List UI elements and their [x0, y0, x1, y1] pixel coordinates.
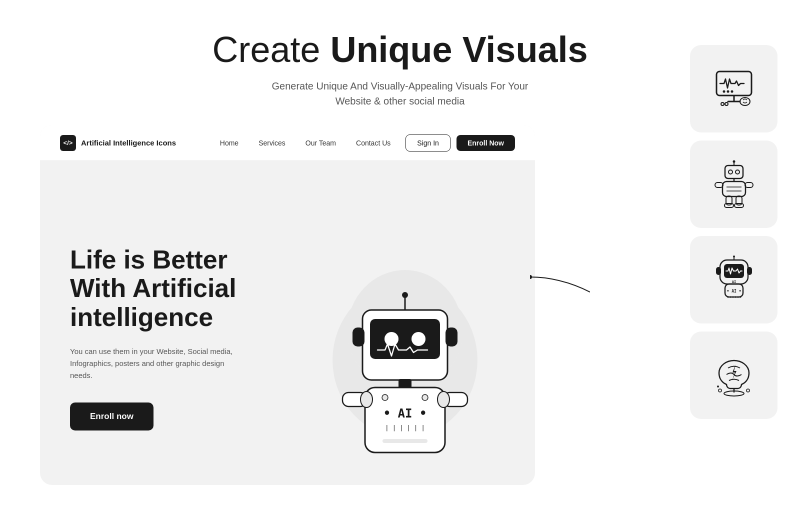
svg-point-59 — [737, 296, 738, 298]
mockup-navbar: </> Artificial Intelligence Icons Home S… — [40, 125, 535, 161]
svg-point-17 — [438, 392, 450, 408]
mockup-hero-desc: You can use them in your Website, Social… — [70, 346, 240, 382]
svg-rect-8 — [352, 328, 364, 346]
title-bold: Unique Visuals — [330, 30, 588, 70]
mockup-hero-left: Life is Better With Artificial intellige… — [70, 246, 295, 430]
svg-point-64 — [717, 386, 719, 388]
svg-point-50 — [733, 256, 735, 258]
svg-point-26 — [726, 90, 729, 92]
icon-cards-column: AI • AI • — [690, 45, 780, 419]
title-plain: Create — [212, 30, 330, 70]
mockup-hero-title: Life is Better With Artificial intellige… — [70, 246, 295, 332]
nav-our-team[interactable]: Our Team — [306, 139, 336, 147]
nav-services[interactable]: Services — [258, 139, 286, 147]
svg-point-27 — [730, 90, 733, 92]
svg-point-57 — [732, 296, 734, 298]
hero-subtitle: Generate Unique And Visually-Appealing V… — [0, 78, 800, 108]
svg-rect-52 — [747, 267, 752, 275]
svg-point-33 — [736, 170, 740, 174]
svg-rect-20 — [382, 439, 428, 443]
nav-contact-us[interactable]: Contact Us — [356, 139, 390, 147]
icon-card-ai-robot — [690, 140, 778, 228]
svg-point-5 — [412, 332, 426, 346]
svg-rect-31 — [725, 166, 743, 178]
svg-point-55 — [727, 296, 728, 298]
svg-point-60 — [740, 296, 741, 298]
ai-brain-icon — [709, 350, 759, 400]
nav-actions: Sign In Enroll Now — [406, 134, 515, 152]
svg-point-18 — [382, 394, 388, 400]
icon-card-ai-brain — [690, 332, 778, 419]
svg-point-4 — [384, 332, 398, 346]
robot-svg: • AI • | | | | | | — [318, 245, 492, 485]
svg-point-65 — [746, 389, 750, 392]
icon-card-ai-bot: AI • AI • — [690, 236, 778, 324]
enroll-now-button[interactable]: Enroll Now — [456, 135, 515, 151]
mockup-hero-content: Life is Better With Artificial intellige… — [40, 161, 535, 485]
connector-line — [530, 272, 590, 302]
robot-illustration: • AI • | | | | | | — [305, 235, 505, 485]
icon-card-ai-screen — [690, 45, 778, 132]
svg-rect-37 — [722, 182, 746, 196]
svg-point-29 — [721, 102, 724, 106]
svg-point-32 — [728, 170, 732, 174]
svg-point-30 — [725, 102, 728, 106]
svg-point-19 — [422, 394, 428, 400]
brand-name: Artificial Intelligence Icons — [81, 138, 176, 147]
website-mockup: </> Artificial Intelligence Icons Home S… — [40, 125, 535, 485]
svg-point-63 — [718, 389, 722, 392]
ai-screen-icon — [709, 64, 759, 114]
svg-text:• AI •: • AI • — [726, 289, 741, 294]
svg-point-15 — [360, 392, 372, 408]
brand-icon: </> — [60, 135, 76, 151]
svg-rect-9 — [446, 328, 458, 346]
svg-point-58 — [734, 296, 736, 298]
svg-rect-41 — [745, 182, 753, 188]
hero-text-area: Create Unique Visuals Generate Unique An… — [0, 30, 800, 108]
svg-point-56 — [730, 296, 731, 298]
svg-rect-51 — [716, 267, 721, 275]
page-main-title: Create Unique Visuals — [0, 30, 800, 70]
svg-rect-3 — [370, 319, 440, 359]
svg-point-7 — [402, 292, 408, 298]
ai-robot-standing-icon — [709, 160, 759, 210]
brand-logo: </> Artificial Intelligence Icons — [60, 135, 176, 151]
svg-text:| | | | | |: | | | | | | — [385, 424, 424, 432]
ai-bot-chat-icon: AI • AI • — [709, 255, 759, 305]
nav-links: Home Services Our Team Contact Us — [220, 139, 391, 147]
svg-text:• AI •: • AI • — [384, 406, 427, 420]
nav-home[interactable]: Home — [220, 139, 238, 147]
svg-point-25 — [722, 90, 725, 92]
svg-point-35 — [732, 160, 735, 162]
svg-rect-40 — [715, 182, 723, 188]
enroll-now-hero-button[interactable]: Enroll now — [70, 402, 154, 430]
signin-button[interactable]: Sign In — [406, 134, 450, 152]
